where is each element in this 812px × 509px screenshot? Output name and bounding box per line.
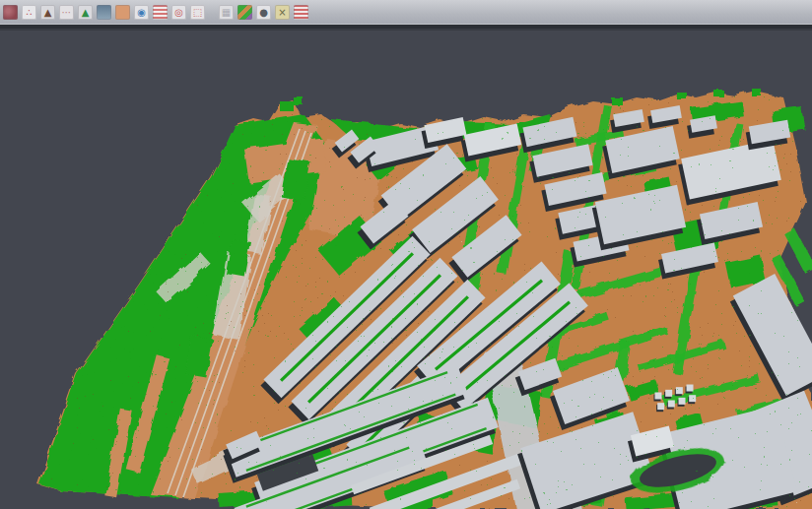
viewport-3d[interactable] (0, 31, 812, 509)
orthophoto-icon[interactable] (115, 5, 130, 20)
classification-result-icon[interactable] (237, 5, 252, 20)
globe-icon[interactable]: ◉ (134, 5, 149, 20)
elevation-bands-icon[interactable] (153, 5, 168, 20)
brown-terrain-icon[interactable]: ▲ (40, 5, 55, 20)
green-terrain-icon[interactable]: ▲ (78, 5, 93, 20)
rect-select-icon[interactable]: ⬚ (190, 5, 205, 20)
toolbar-separator (0, 24, 812, 31)
main-toolbar: ∴▲⋯▲◉◎⬚▦●× (0, 0, 812, 24)
clear-selection-icon[interactable]: × (275, 5, 290, 20)
ring-select-icon[interactable]: ◎ (171, 5, 186, 20)
classified-cloud-icon[interactable] (3, 5, 18, 20)
mesh-sphere-icon[interactable]: ● (256, 5, 271, 20)
application-window: ∴▲⋯▲◉◎⬚▦●× (0, 0, 812, 509)
point-cloud-scene (0, 31, 812, 509)
profile-view-icon[interactable] (97, 5, 111, 20)
classify-points-icon[interactable]: ∴ (22, 5, 36, 20)
flagged-layer-icon[interactable] (294, 5, 308, 20)
raster-select-icon[interactable]: ▦ (219, 5, 234, 20)
green-speckle-texture (30, 84, 812, 509)
sparse-points-icon[interactable]: ⋯ (59, 5, 74, 20)
